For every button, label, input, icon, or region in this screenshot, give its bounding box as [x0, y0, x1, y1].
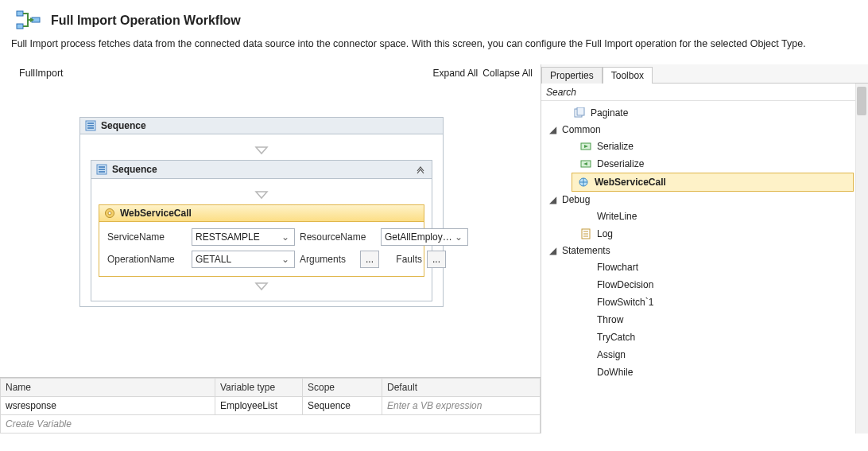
workflow-header-icon: [16, 10, 41, 32]
servicename-combo[interactable]: RESTSAMPLE⌄: [192, 228, 295, 246]
svg-marker-8: [256, 147, 267, 154]
collapse-chevron-icon[interactable]: [414, 163, 427, 176]
variable-row[interactable]: wsresponse EmployeeList Sequence Enter a…: [1, 397, 541, 415]
toolbox-group-common[interactable]: ◢ Common: [541, 122, 868, 138]
tab-toolbox[interactable]: Toolbox: [603, 67, 653, 84]
variables-col-type[interactable]: Variable type: [215, 379, 303, 397]
expander-open-icon: ◢: [548, 194, 557, 205]
variable-type-cell[interactable]: EmployeeList: [215, 397, 303, 415]
svg-rect-6: [87, 125, 94, 126]
sequence-icon: [96, 164, 107, 175]
servicename-label: ServiceName: [107, 231, 187, 243]
toolbox-item-assign[interactable]: Assign: [541, 346, 868, 364]
serialize-icon: [579, 140, 592, 153]
svg-rect-0: [17, 11, 23, 16]
toolbox-item-paginate[interactable]: Paginate: [541, 104, 868, 122]
faults-button[interactable]: ...: [427, 251, 446, 268]
paginate-icon: [573, 107, 586, 119]
toolbox-scrollbar[interactable]: [855, 84, 868, 434]
sequence-outer-title: Sequence: [101, 120, 146, 131]
webservicecall-title: WebServiceCall: [120, 208, 192, 219]
svg-marker-13: [256, 192, 267, 198]
drop-target-icon[interactable]: [254, 146, 269, 155]
svg-rect-1: [17, 24, 23, 29]
variables-col-default[interactable]: Default: [382, 379, 541, 397]
blank-icon: [579, 210, 592, 223]
chevron-down-icon: ⌄: [280, 231, 291, 243]
svg-rect-18: [577, 107, 584, 115]
sequence-inner-activity[interactable]: Sequence: [91, 160, 432, 301]
resourcename-label: ResourceName: [300, 231, 376, 243]
svg-rect-10: [99, 166, 105, 168]
chevron-down-icon: ⌄: [453, 231, 464, 243]
operationname-label: OperationName: [107, 254, 187, 265]
page-title: Full Import Operation Workflow: [51, 14, 241, 28]
drop-target-icon[interactable]: [254, 282, 269, 291]
svg-rect-12: [99, 171, 105, 173]
svg-point-15: [108, 212, 111, 215]
variable-scope-cell[interactable]: Sequence: [303, 397, 382, 415]
variables-panel: Name Variable type Scope Default wsrespo…: [0, 377, 541, 434]
expander-open-icon: ◢: [548, 245, 557, 256]
svg-rect-11: [99, 169, 105, 170]
create-variable-button[interactable]: Create Variable: [1, 415, 541, 434]
tab-properties[interactable]: Properties: [541, 67, 603, 84]
toolbox-item-throw[interactable]: Throw: [541, 311, 868, 329]
sequence-outer-activity[interactable]: Sequence Sequence: [79, 117, 444, 307]
webservicecall-activity[interactable]: WebServiceCall ServiceNameRESTSAMPLE⌄Res…: [99, 204, 424, 277]
toolbox-item-dowhile[interactable]: DoWhile: [541, 364, 868, 381]
toolbox-item-serialize[interactable]: Serialize: [541, 138, 868, 155]
chevron-down-icon: ⌄: [280, 254, 291, 265]
expand-all-button[interactable]: Expand All: [433, 68, 479, 79]
variables-col-name[interactable]: Name: [1, 379, 215, 397]
variables-col-scope[interactable]: Scope: [303, 379, 382, 397]
toolbox-item-flowdecision[interactable]: FlowDecision: [541, 276, 868, 294]
toolbox-group-statements[interactable]: ◢ Statements: [541, 243, 868, 259]
svg-rect-7: [87, 127, 94, 129]
operationname-combo[interactable]: GETALL⌄: [192, 251, 295, 268]
resourcename-combo[interactable]: GetAllEmployees⌄: [381, 228, 468, 246]
toolbox-item-trycatch[interactable]: TryCatch: [541, 329, 868, 346]
workflow-root-name[interactable]: FullImport: [19, 68, 64, 79]
gear-icon: [104, 208, 115, 219]
svg-marker-16: [256, 283, 267, 290]
arguments-label: Arguments: [300, 254, 355, 265]
sequence-icon: [85, 120, 96, 131]
deserialize-icon: [579, 157, 592, 170]
collapse-all-button[interactable]: Collapse All: [482, 68, 533, 79]
toolbox-item-webservicecall[interactable]: WebServiceCall: [572, 173, 854, 192]
log-icon: [579, 227, 592, 240]
variable-name-cell[interactable]: wsresponse: [1, 397, 215, 415]
sequence-inner-title: Sequence: [112, 164, 157, 175]
variable-default-cell[interactable]: Enter a VB expression: [382, 397, 541, 415]
toolbox-item-flowchart[interactable]: Flowchart: [541, 259, 868, 276]
scrollbar-thumb[interactable]: [857, 87, 866, 115]
toolbox-search-input[interactable]: Search: [541, 84, 868, 101]
toolbox-group-debug[interactable]: ◢ Debug: [541, 192, 868, 208]
arguments-button[interactable]: ...: [360, 251, 379, 268]
faults-label: Faults: [390, 254, 422, 265]
webservicecall-icon: [577, 176, 590, 189]
toolbox-item-log[interactable]: Log: [541, 225, 868, 243]
page-description: Full Import process fetches data from th…: [0, 35, 868, 64]
drop-target-icon[interactable]: [254, 190, 269, 200]
toolbox-item-deserialize[interactable]: Deserialize: [541, 155, 868, 173]
svg-rect-5: [87, 122, 94, 124]
toolbox-item-writeline[interactable]: WriteLine: [541, 208, 868, 225]
toolbox-item-flowswitch[interactable]: FlowSwitch`1: [541, 294, 868, 311]
expander-open-icon: ◢: [548, 124, 557, 135]
